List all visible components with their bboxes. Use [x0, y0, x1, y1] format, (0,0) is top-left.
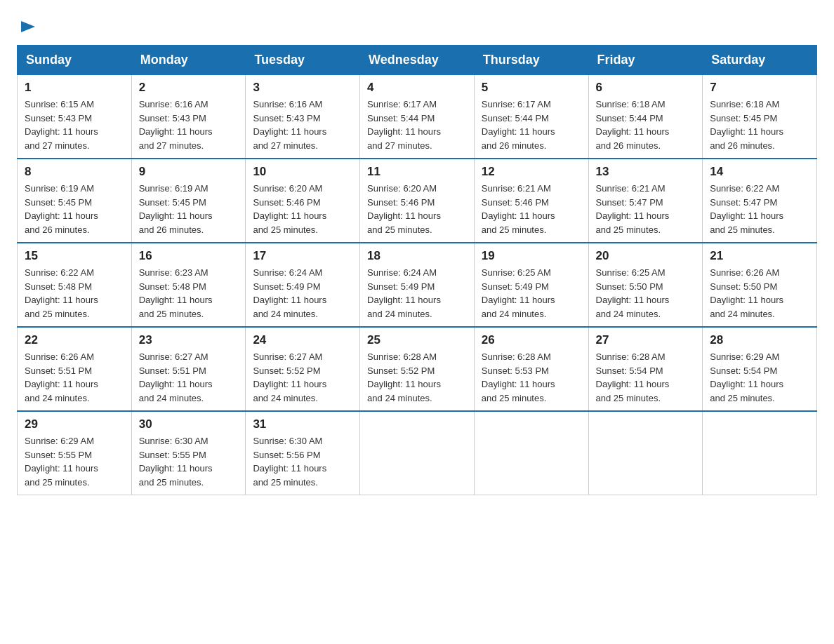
- day-number: 19: [482, 249, 581, 263]
- day-number: 10: [253, 165, 352, 179]
- day-cell: 10Sunrise: 6:20 AMSunset: 5:46 PMDayligh…: [246, 159, 360, 243]
- day-cell: 29Sunrise: 6:29 AMSunset: 5:55 PMDayligh…: [18, 411, 132, 495]
- day-info: Sunrise: 6:24 AMSunset: 5:49 PMDaylight:…: [253, 266, 352, 321]
- day-cell: 26Sunrise: 6:28 AMSunset: 5:53 PMDayligh…: [474, 327, 588, 411]
- day-info: Sunrise: 6:28 AMSunset: 5:54 PMDaylight:…: [596, 350, 696, 405]
- week-row-1: 1Sunrise: 6:15 AMSunset: 5:43 PMDaylight…: [18, 75, 817, 159]
- day-info: Sunrise: 6:16 AMSunset: 5:43 PMDaylight:…: [139, 98, 239, 152]
- day-info: Sunrise: 6:25 AMSunset: 5:49 PMDaylight:…: [482, 266, 581, 321]
- day-info: Sunrise: 6:16 AMSunset: 5:43 PMDaylight:…: [253, 98, 352, 152]
- day-cell: 9Sunrise: 6:19 AMSunset: 5:45 PMDaylight…: [131, 159, 246, 243]
- day-info: Sunrise: 6:30 AMSunset: 5:56 PMDaylight:…: [253, 434, 352, 489]
- day-cell: 2Sunrise: 6:16 AMSunset: 5:43 PMDaylight…: [131, 75, 246, 159]
- day-cell: 4Sunrise: 6:17 AMSunset: 5:44 PMDaylight…: [360, 75, 475, 159]
- week-row-4: 22Sunrise: 6:26 AMSunset: 5:51 PMDayligh…: [18, 327, 817, 411]
- day-info: Sunrise: 6:19 AMSunset: 5:45 PMDaylight:…: [25, 182, 124, 236]
- day-number: 3: [253, 81, 352, 95]
- day-number: 7: [710, 81, 809, 95]
- day-cell: 6Sunrise: 6:18 AMSunset: 5:44 PMDaylight…: [588, 75, 703, 159]
- day-info: Sunrise: 6:19 AMSunset: 5:45 PMDaylight:…: [139, 182, 239, 236]
- day-cell: 5Sunrise: 6:17 AMSunset: 5:44 PMDaylight…: [474, 75, 588, 159]
- week-row-5: 29Sunrise: 6:29 AMSunset: 5:55 PMDayligh…: [18, 411, 817, 495]
- day-cell: 14Sunrise: 6:22 AMSunset: 5:47 PMDayligh…: [703, 159, 817, 243]
- day-cell: 3Sunrise: 6:16 AMSunset: 5:43 PMDaylight…: [246, 75, 360, 159]
- day-info: Sunrise: 6:29 AMSunset: 5:54 PMDaylight:…: [710, 350, 809, 405]
- day-cell: 8Sunrise: 6:19 AMSunset: 5:45 PMDaylight…: [18, 159, 132, 243]
- day-info: Sunrise: 6:29 AMSunset: 5:55 PMDaylight:…: [25, 434, 124, 489]
- day-cell: 27Sunrise: 6:28 AMSunset: 5:54 PMDayligh…: [588, 327, 703, 411]
- day-cell: 30Sunrise: 6:30 AMSunset: 5:55 PMDayligh…: [131, 411, 246, 495]
- header-cell-monday: Monday: [131, 46, 246, 75]
- day-info: Sunrise: 6:17 AMSunset: 5:44 PMDaylight:…: [367, 98, 467, 152]
- day-cell: 18Sunrise: 6:24 AMSunset: 5:49 PMDayligh…: [360, 243, 475, 327]
- day-number: 16: [139, 249, 239, 263]
- day-info: Sunrise: 6:25 AMSunset: 5:50 PMDaylight:…: [596, 266, 696, 321]
- day-cell: 31Sunrise: 6:30 AMSunset: 5:56 PMDayligh…: [246, 411, 360, 495]
- day-info: Sunrise: 6:17 AMSunset: 5:44 PMDaylight:…: [482, 98, 581, 152]
- day-number: 2: [139, 81, 239, 95]
- day-number: 12: [482, 165, 581, 179]
- day-info: Sunrise: 6:24 AMSunset: 5:49 PMDaylight:…: [367, 266, 467, 321]
- day-number: 28: [710, 333, 809, 347]
- day-info: Sunrise: 6:23 AMSunset: 5:48 PMDaylight:…: [139, 266, 239, 321]
- day-number: 25: [367, 333, 467, 347]
- week-row-3: 15Sunrise: 6:22 AMSunset: 5:48 PMDayligh…: [18, 243, 817, 327]
- logo: [17, 17, 38, 32]
- day-cell: 15Sunrise: 6:22 AMSunset: 5:48 PMDayligh…: [18, 243, 132, 327]
- day-number: 23: [139, 333, 239, 347]
- day-cell: [360, 411, 475, 495]
- day-cell: 1Sunrise: 6:15 AMSunset: 5:43 PMDaylight…: [18, 75, 132, 159]
- svg-marker-0: [21, 21, 35, 32]
- day-info: Sunrise: 6:21 AMSunset: 5:46 PMDaylight:…: [482, 182, 581, 236]
- day-info: Sunrise: 6:28 AMSunset: 5:52 PMDaylight:…: [367, 350, 467, 405]
- day-number: 24: [253, 333, 352, 347]
- day-info: Sunrise: 6:27 AMSunset: 5:52 PMDaylight:…: [253, 350, 352, 405]
- day-info: Sunrise: 6:30 AMSunset: 5:55 PMDaylight:…: [139, 434, 239, 489]
- day-info: Sunrise: 6:26 AMSunset: 5:50 PMDaylight:…: [710, 266, 809, 321]
- day-cell: 7Sunrise: 6:18 AMSunset: 5:45 PMDaylight…: [703, 75, 817, 159]
- day-number: 14: [710, 165, 809, 179]
- day-info: Sunrise: 6:21 AMSunset: 5:47 PMDaylight:…: [596, 182, 696, 236]
- day-number: 15: [25, 249, 124, 263]
- day-cell: 19Sunrise: 6:25 AMSunset: 5:49 PMDayligh…: [474, 243, 588, 327]
- day-number: 27: [596, 333, 696, 347]
- day-number: 11: [367, 165, 467, 179]
- day-cell: 17Sunrise: 6:24 AMSunset: 5:49 PMDayligh…: [246, 243, 360, 327]
- day-cell: 12Sunrise: 6:21 AMSunset: 5:46 PMDayligh…: [474, 159, 588, 243]
- header-cell-wednesday: Wednesday: [360, 46, 475, 75]
- day-number: 5: [482, 81, 581, 95]
- day-number: 31: [253, 417, 352, 431]
- day-info: Sunrise: 6:27 AMSunset: 5:51 PMDaylight:…: [139, 350, 239, 405]
- header-cell-friday: Friday: [588, 46, 703, 75]
- week-row-2: 8Sunrise: 6:19 AMSunset: 5:45 PMDaylight…: [18, 159, 817, 243]
- day-number: 20: [596, 249, 696, 263]
- header-cell-saturday: Saturday: [703, 46, 817, 75]
- day-info: Sunrise: 6:22 AMSunset: 5:48 PMDaylight:…: [25, 266, 124, 321]
- day-info: Sunrise: 6:20 AMSunset: 5:46 PMDaylight:…: [367, 182, 467, 236]
- day-cell: 11Sunrise: 6:20 AMSunset: 5:46 PMDayligh…: [360, 159, 475, 243]
- page-header: [17, 17, 817, 32]
- day-number: 6: [596, 81, 696, 95]
- day-cell: [588, 411, 703, 495]
- day-cell: 24Sunrise: 6:27 AMSunset: 5:52 PMDayligh…: [246, 327, 360, 411]
- day-number: 8: [25, 165, 124, 179]
- day-number: 30: [139, 417, 239, 431]
- day-number: 13: [596, 165, 696, 179]
- day-number: 17: [253, 249, 352, 263]
- day-number: 1: [25, 81, 124, 95]
- day-number: 26: [482, 333, 581, 347]
- header-cell-tuesday: Tuesday: [246, 46, 360, 75]
- day-info: Sunrise: 6:28 AMSunset: 5:53 PMDaylight:…: [482, 350, 581, 405]
- day-info: Sunrise: 6:18 AMSunset: 5:44 PMDaylight:…: [596, 98, 696, 152]
- day-cell: [474, 411, 588, 495]
- day-info: Sunrise: 6:18 AMSunset: 5:45 PMDaylight:…: [710, 98, 809, 152]
- calendar-header: SundayMondayTuesdayWednesdayThursdayFrid…: [18, 46, 817, 75]
- day-cell: [703, 411, 817, 495]
- calendar-body: 1Sunrise: 6:15 AMSunset: 5:43 PMDaylight…: [18, 75, 817, 495]
- day-number: 29: [25, 417, 124, 431]
- header-cell-thursday: Thursday: [474, 46, 588, 75]
- day-number: 9: [139, 165, 239, 179]
- day-number: 4: [367, 81, 467, 95]
- day-info: Sunrise: 6:20 AMSunset: 5:46 PMDaylight:…: [253, 182, 352, 236]
- day-info: Sunrise: 6:26 AMSunset: 5:51 PMDaylight:…: [25, 350, 124, 405]
